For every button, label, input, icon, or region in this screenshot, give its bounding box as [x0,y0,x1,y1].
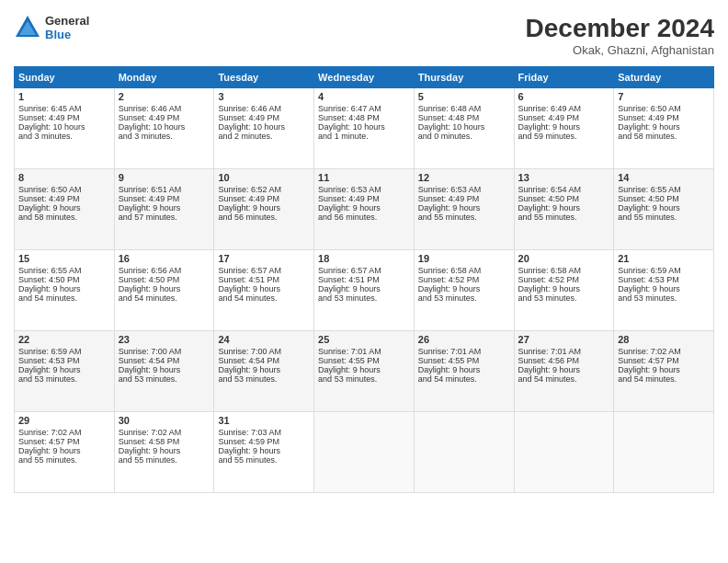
day-number: 9 [119,172,210,183]
day-info: Daylight: 9 hours [119,203,210,213]
day-info: Sunset: 4:49 PM [318,194,410,203]
day-info: Daylight: 9 hours [18,203,110,213]
calendar-cell: 8Sunrise: 6:50 AMSunset: 4:49 PMDaylight… [15,169,115,250]
day-info: and 53 minutes. [218,374,310,384]
day-info: and 53 minutes. [119,374,210,384]
day-info: Daylight: 9 hours [18,365,110,374]
day-info: and 54 minutes. [518,374,610,384]
day-info: Sunset: 4:49 PM [618,113,710,122]
day-info: and 53 minutes. [518,293,610,303]
day-info: Sunrise: 6:57 AM [218,266,310,275]
calendar-cell: 23Sunrise: 7:00 AMSunset: 4:54 PMDayligh… [114,331,214,412]
day-info: Daylight: 9 hours [518,203,610,213]
calendar-cell: 27Sunrise: 7:01 AMSunset: 4:56 PMDayligh… [514,331,614,412]
day-info: Daylight: 9 hours [518,122,610,132]
calendar-cell [314,412,415,493]
day-info: Sunset: 4:53 PM [618,275,710,284]
day-info: Sunrise: 7:02 AM [618,347,710,356]
day-info: Daylight: 9 hours [119,446,210,455]
day-info: Daylight: 9 hours [618,122,710,132]
day-info: Daylight: 10 hours [218,122,310,132]
day-info: Sunrise: 6:57 AM [318,266,410,275]
week-row-2: 8Sunrise: 6:50 AMSunset: 4:49 PMDaylight… [15,169,714,250]
day-number: 1 [18,91,110,102]
calendar-cell: 9Sunrise: 6:51 AMSunset: 4:49 PMDaylight… [114,169,214,250]
calendar-cell: 17Sunrise: 6:57 AMSunset: 4:51 PMDayligh… [214,250,314,331]
day-info: and 58 minutes. [618,132,710,141]
day-info: Daylight: 9 hours [119,284,210,293]
day-number: 3 [218,91,310,102]
day-info: Sunrise: 6:59 AM [18,347,110,356]
day-header-tuesday: Tuesday [214,67,314,88]
calendar-cell: 7Sunrise: 6:50 AMSunset: 4:49 PMDaylight… [614,88,714,169]
day-number: 8 [18,172,110,183]
day-info: Daylight: 9 hours [518,284,610,293]
month-title: December 2024 [526,14,714,43]
day-info: Daylight: 10 hours [318,122,410,132]
day-number: 10 [218,172,310,183]
day-info: Sunset: 4:57 PM [18,437,110,446]
day-info: and 2 minutes. [218,132,310,141]
day-info: and 55 minutes. [18,455,110,465]
day-info: Sunset: 4:59 PM [218,437,310,446]
day-info: Sunrise: 6:47 AM [318,104,410,113]
calendar-cell: 10Sunrise: 6:52 AMSunset: 4:49 PMDayligh… [214,169,314,250]
calendar-cell [514,412,614,493]
day-info: Sunrise: 6:53 AM [318,185,410,194]
calendar-cell: 3Sunrise: 6:46 AMSunset: 4:49 PMDaylight… [214,88,314,169]
calendar-table: SundayMondayTuesdayWednesdayThursdayFrid… [14,66,714,493]
day-info: Daylight: 9 hours [618,284,710,293]
day-info: Sunset: 4:48 PM [318,113,410,122]
day-info: Sunset: 4:51 PM [218,275,310,284]
day-info: Sunset: 4:49 PM [18,194,110,203]
day-info: Sunset: 4:56 PM [518,356,610,365]
day-header-saturday: Saturday [614,67,714,88]
day-info: Daylight: 10 hours [18,122,110,132]
day-info: and 53 minutes. [318,374,410,384]
day-info: Sunset: 4:52 PM [518,275,610,284]
day-info: Sunrise: 6:45 AM [18,104,110,113]
day-info: and 53 minutes. [418,293,510,303]
day-info: Sunrise: 7:01 AM [418,347,510,356]
header-row: SundayMondayTuesdayWednesdayThursdayFrid… [15,67,714,88]
day-info: Sunset: 4:49 PM [218,113,310,122]
calendar-cell: 25Sunrise: 7:01 AMSunset: 4:55 PMDayligh… [314,331,415,412]
day-number: 26 [418,334,510,345]
day-number: 25 [318,334,410,345]
day-info: Sunset: 4:55 PM [418,356,510,365]
week-row-1: 1Sunrise: 6:45 AMSunset: 4:49 PMDaylight… [15,88,714,169]
logo-blue: Blue [45,28,89,41]
day-header-monday: Monday [114,67,214,88]
calendar-cell: 30Sunrise: 7:02 AMSunset: 4:58 PMDayligh… [114,412,214,493]
day-info: and 53 minutes. [18,374,110,384]
day-info: and 59 minutes. [518,132,610,141]
calendar-cell: 31Sunrise: 7:03 AMSunset: 4:59 PMDayligh… [214,412,314,493]
day-info: and 54 minutes. [418,374,510,384]
day-info: Daylight: 9 hours [318,284,410,293]
day-info: Sunrise: 7:02 AM [119,428,210,437]
day-number: 5 [418,91,510,102]
day-info: Sunset: 4:49 PM [119,113,210,122]
logo-icon [14,14,41,41]
day-info: and 55 minutes. [418,213,510,222]
day-info: Sunset: 4:49 PM [418,194,510,203]
calendar-cell: 5Sunrise: 6:48 AMSunset: 4:48 PMDaylight… [414,88,514,169]
day-info: Daylight: 9 hours [418,365,510,374]
day-info: Sunrise: 6:46 AM [218,104,310,113]
day-info: and 55 minutes. [218,455,310,465]
day-info: Daylight: 9 hours [618,365,710,374]
calendar-cell: 29Sunrise: 7:02 AMSunset: 4:57 PMDayligh… [15,412,115,493]
day-info: and 53 minutes. [618,293,710,303]
day-info: Daylight: 10 hours [119,122,210,132]
day-info: Sunset: 4:50 PM [18,275,110,284]
day-info: Sunset: 4:50 PM [119,275,210,284]
day-info: Sunrise: 6:54 AM [518,185,610,194]
day-number: 31 [218,415,310,426]
calendar-cell: 19Sunrise: 6:58 AMSunset: 4:52 PMDayligh… [414,250,514,331]
day-info: and 57 minutes. [119,213,210,222]
day-number: 13 [518,172,610,183]
day-info: Sunrise: 6:58 AM [418,266,510,275]
day-info: Sunset: 4:49 PM [18,113,110,122]
calendar-cell: 11Sunrise: 6:53 AMSunset: 4:49 PMDayligh… [314,169,415,250]
day-number: 21 [618,253,710,264]
